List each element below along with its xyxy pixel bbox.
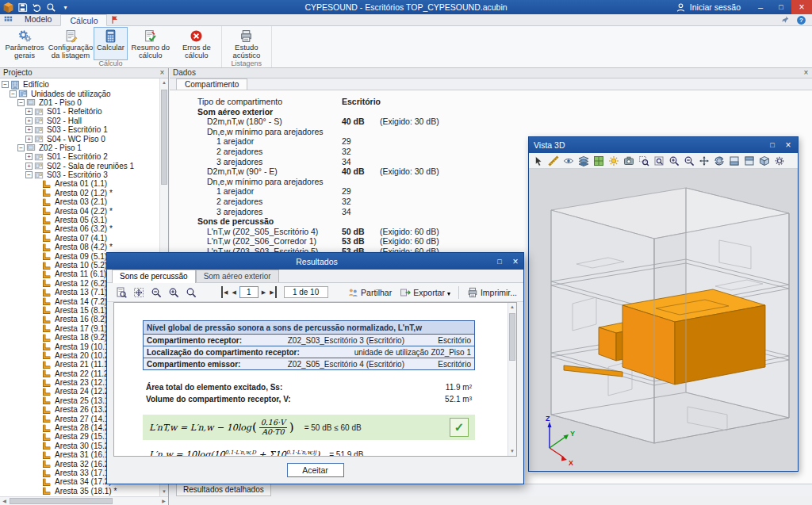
ribbon-tab-modelo[interactable]: Modelo [16, 13, 60, 25]
results-tab-som-aereo-exterior[interactable]: Som aéreo exterior [196, 270, 279, 282]
report-scrollbar[interactable] [508, 303, 516, 456]
tree-item[interactable]: Edifício [0, 80, 159, 89]
save-icon[interactable] [17, 2, 29, 13]
tree-expander-icon[interactable] [25, 153, 33, 160]
scroll-down-icon[interactable] [508, 447, 516, 456]
view-top-icon[interactable] [742, 154, 756, 167]
zoom-out-icon[interactable] [148, 285, 164, 300]
close-button[interactable] [791, 0, 812, 14]
tree-item[interactable]: Aresta 35 (18.1) * [0, 487, 159, 495]
preview-zoom-icon[interactable] [113, 285, 129, 300]
zoom-icon[interactable] [45, 2, 57, 13]
tree-item[interactable]: S02 - Hall [0, 117, 159, 125]
tree-expander-icon[interactable] [25, 117, 33, 124]
measure-icon[interactable] [546, 154, 560, 167]
zoom-out-icon[interactable] [682, 154, 695, 167]
dialog-maximize-button[interactable] [492, 255, 508, 267]
tree-item[interactable]: Z02 - Piso 1 [0, 143, 159, 152]
light-icon[interactable] [607, 154, 620, 167]
tree-expander-icon[interactable] [17, 99, 25, 106]
undo-icon[interactable] [31, 2, 43, 13]
scrollbar-thumb[interactable] [10, 498, 113, 504]
configuracao-da-listagem-button[interactable]: Configuração da listagem [48, 27, 94, 60]
dados-panel-close-icon[interactable] [802, 69, 810, 78]
tree-expander-icon[interactable] [10, 90, 17, 98]
tree-item[interactable]: Aresta 04 (2.2) * [0, 206, 159, 215]
tree-item[interactable]: S01 - Escritório 2 [0, 152, 159, 161]
scroll-up-icon[interactable] [160, 78, 168, 87]
tree-expander-icon[interactable] [17, 144, 25, 151]
tree-item[interactable]: Unidades de utilização [0, 89, 159, 98]
tree-item[interactable]: Aresta 03 (2.1) [0, 197, 159, 206]
vista-3d-maximize-button[interactable] [764, 140, 780, 151]
tree-expander-icon[interactable] [25, 126, 33, 133]
tree-item[interactable]: Aresta 07 (4.1) [0, 234, 159, 243]
project-tree-horizontal-scrollbar[interactable] [0, 496, 168, 505]
scrollbar-thumb[interactable] [161, 90, 167, 185]
zoom-dynamic-icon[interactable] [183, 285, 199, 300]
scroll-left-icon[interactable] [0, 497, 9, 505]
help-icon[interactable]: ? [795, 14, 807, 25]
sign-in-button[interactable]: Iniciar sessão [665, 0, 750, 14]
results-tab-sons-de-percussao[interactable]: Sons de percussão [112, 270, 196, 283]
zoom-window-icon[interactable] [637, 154, 650, 167]
minimize-button[interactable] [750, 0, 771, 14]
tree-item[interactable]: Aresta 06 (3.2) * [0, 224, 159, 233]
maximize-button[interactable] [771, 0, 791, 14]
select-icon[interactable] [531, 154, 545, 167]
texture-icon[interactable] [592, 154, 605, 167]
project-panel-close-icon[interactable] [158, 69, 167, 78]
report-preview[interactable]: Nível global de pressão sonora a sons de… [113, 302, 517, 457]
export-button[interactable]: Exportar [400, 287, 450, 298]
fit-page-icon[interactable] [131, 285, 147, 300]
scroll-right-icon[interactable] [159, 497, 168, 505]
dialog-close-button[interactable] [508, 255, 523, 267]
next-page-button[interactable] [261, 286, 266, 298]
zoom-ext-icon[interactable] [652, 154, 665, 167]
flag-icon[interactable] [109, 14, 121, 25]
ribbon-tab-calculo[interactable]: Cálculo [60, 14, 107, 26]
tree-expander-icon[interactable] [25, 108, 33, 115]
quick-access-menu-caret-icon[interactable] [59, 2, 71, 13]
tree-item[interactable]: S03 - Escritório 1 [0, 125, 159, 134]
pin-ribbon-icon[interactable] [779, 14, 791, 25]
view-front-icon[interactable] [727, 154, 741, 167]
app-menu-icon[interactable] [2, 14, 14, 25]
tree-item[interactable]: Aresta 05 (3.1) [0, 216, 159, 224]
orbit-icon[interactable] [712, 154, 726, 167]
tree-item[interactable]: Aresta 08 (4.2) * [0, 243, 159, 251]
zoom-in-icon[interactable] [667, 154, 680, 167]
tree-expander-icon[interactable] [25, 136, 33, 143]
tree-expander-icon[interactable] [25, 163, 33, 170]
scroll-down-icon[interactable] [160, 488, 168, 496]
tab-resultados-detalhados[interactable]: Resultados detalhados [176, 484, 271, 496]
layers-icon[interactable] [576, 154, 590, 167]
settings-icon[interactable] [772, 154, 786, 167]
eye-icon[interactable] [561, 154, 575, 167]
tree-item[interactable]: S03 - Escritório 3 [0, 170, 159, 179]
vista-3d-close-button[interactable] [780, 140, 796, 151]
previous-page-button[interactable] [231, 286, 236, 298]
estudo-acustico-button[interactable]: Estudo acústico [224, 27, 270, 60]
zoom-in-icon[interactable] [166, 285, 182, 300]
erros-de-calculo-button[interactable]: Erros de cálculo [174, 27, 220, 60]
calcular-button[interactable]: Calcular [94, 27, 128, 60]
tree-item[interactable]: Aresta 01 (1.1) [0, 179, 159, 188]
camera-icon[interactable] [622, 154, 635, 167]
page-number-input[interactable]: 1 [239, 286, 259, 298]
tree-item[interactable]: Z01 - Piso 0 [0, 98, 159, 107]
3d-viewport[interactable]: Z Y X [529, 169, 798, 471]
print-button[interactable]: Imprimir... [467, 287, 517, 298]
tree-item[interactable]: S04 - WC Piso 0 [0, 134, 159, 143]
accept-button[interactable]: Aceitar [287, 463, 344, 477]
tree-expander-icon[interactable] [2, 81, 9, 88]
first-page-button[interactable] [221, 286, 228, 298]
view-iso-icon[interactable] [757, 154, 771, 167]
scrollbar-thumb[interactable] [509, 313, 515, 361]
pan-icon[interactable] [697, 154, 710, 167]
tree-item[interactable]: Aresta 02 (1.2) * [0, 189, 159, 197]
tree-expander-icon[interactable] [25, 171, 33, 178]
tab-compartimento[interactable]: Compartimento [176, 78, 247, 90]
last-page-button[interactable] [269, 286, 276, 298]
parametros-gerais-button[interactable]: Parâmetros gerais [2, 27, 48, 60]
